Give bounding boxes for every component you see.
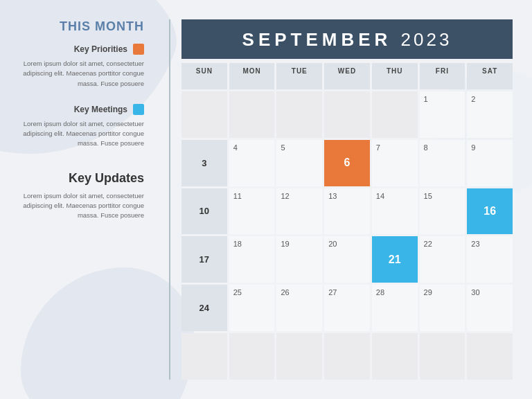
calendar-grid: SUN MON TUE WED THU FRI SAT 1 2 3 4 5 6 … xyxy=(181,63,513,380)
day-num-27: 27 xyxy=(328,288,337,296)
day-num-13: 13 xyxy=(328,192,337,200)
key-priorities-label-row: Key Priorities xyxy=(19,44,144,55)
day-num-12: 12 xyxy=(281,192,289,200)
key-priorities-label: Key Priorities xyxy=(74,44,127,54)
cal-cell-empty-end-5 xyxy=(372,333,418,380)
cal-cell-30: 30 xyxy=(467,285,513,331)
day-num-19: 19 xyxy=(281,240,289,248)
day-header-sun: SUN xyxy=(181,63,227,89)
day-num-8: 8 xyxy=(424,143,428,152)
day-num-6: 6 xyxy=(344,157,351,169)
cal-cell-empty-end-1 xyxy=(181,333,227,380)
cal-cell-empty-5 xyxy=(372,91,418,138)
day-num-10: 10 xyxy=(200,206,209,216)
calendar-month: SEPTEMBER xyxy=(242,29,392,50)
cal-cell-6: 6 xyxy=(324,140,370,186)
cal-cell-empty-3 xyxy=(276,91,322,138)
cal-cell-5: 5 xyxy=(276,140,322,186)
key-priorities-text: Lorem ipsum dolor sit amet, consectetuer… xyxy=(19,59,144,89)
key-meetings-label: Key Meetings xyxy=(74,105,127,114)
cal-cell-empty-end-7 xyxy=(467,333,513,380)
cal-cell-19: 19 xyxy=(276,236,322,283)
blue-dot-icon xyxy=(133,104,144,115)
day-num-7: 7 xyxy=(376,143,380,152)
cal-cell-14: 14 xyxy=(372,188,418,235)
this-month-title: THIS MONTH xyxy=(19,19,144,34)
day-header-mon: MON xyxy=(229,63,275,89)
day-num-22: 22 xyxy=(424,240,432,248)
key-priorities-section: Key Priorities Lorem ipsum dolor sit ame… xyxy=(19,44,144,91)
cal-cell-16: 16 xyxy=(467,188,513,235)
key-updates-section: Key Updates Lorem ipsum dolor sit amet, … xyxy=(19,164,144,224)
cal-cell-empty-end-6 xyxy=(420,333,466,380)
cal-cell-29: 29 xyxy=(420,285,466,331)
day-num-5: 5 xyxy=(281,143,285,152)
key-meetings-section: Key Meetings Lorem ipsum dolor sit amet,… xyxy=(19,104,144,152)
day-num-26: 26 xyxy=(281,288,289,296)
day-num-30: 30 xyxy=(471,288,479,296)
cal-cell-26: 26 xyxy=(276,285,322,331)
key-meetings-label-row: Key Meetings xyxy=(19,104,144,115)
cal-cell-empty-end-2 xyxy=(229,333,275,380)
cal-cell-12: 12 xyxy=(276,188,322,235)
day-num-1: 1 xyxy=(424,95,428,103)
cal-cell-8: 8 xyxy=(420,140,466,186)
day-num-16: 16 xyxy=(484,205,496,218)
cal-cell-23: 23 xyxy=(467,236,513,283)
cal-cell-empty-end-3 xyxy=(276,333,322,380)
cal-cell-empty-4 xyxy=(324,91,370,138)
cal-cell-24: 24 xyxy=(181,285,227,331)
main-container: THIS MONTH Key Priorities Lorem ipsum do… xyxy=(0,0,532,399)
day-num-24: 24 xyxy=(200,303,209,313)
calendar: SEPTEMBER 2023 SUN MON TUE WED THU FRI S… xyxy=(181,19,513,380)
day-num-20: 20 xyxy=(328,240,337,248)
day-num-23: 23 xyxy=(471,240,479,248)
key-meetings-text: Lorem ipsum dolor sit amet, consectetuer… xyxy=(19,119,144,149)
cal-cell-18: 18 xyxy=(229,236,275,283)
cal-cell-13: 13 xyxy=(324,188,370,235)
day-header-thu: THU xyxy=(372,63,418,89)
calendar-header: SEPTEMBER 2023 xyxy=(181,19,513,59)
day-header-fri: FRI xyxy=(420,63,466,89)
cal-cell-7: 7 xyxy=(372,140,418,186)
cal-cell-27: 27 xyxy=(324,285,370,331)
day-num-9: 9 xyxy=(471,143,475,152)
day-num-11: 11 xyxy=(233,192,242,200)
day-header-tue: TUE xyxy=(276,63,322,89)
cal-cell-3: 3 xyxy=(181,140,227,186)
cal-cell-17: 17 xyxy=(181,236,227,283)
sidebar-divider xyxy=(169,19,170,380)
cal-cell-empty-1 xyxy=(181,91,227,138)
cal-cell-21: 21 xyxy=(372,236,418,283)
day-num-29: 29 xyxy=(424,288,432,296)
key-updates-text: Lorem ipsum dolor sit amet, consectetuer… xyxy=(19,191,144,221)
day-num-3: 3 xyxy=(202,158,206,168)
day-num-18: 18 xyxy=(233,240,242,248)
day-header-sat: SAT xyxy=(467,63,513,89)
orange-dot-icon xyxy=(133,44,144,55)
cal-cell-2: 2 xyxy=(467,91,513,138)
calendar-year: 2023 xyxy=(401,29,452,50)
cal-cell-20: 20 xyxy=(324,236,370,283)
day-num-21: 21 xyxy=(389,254,401,266)
day-num-14: 14 xyxy=(376,192,384,200)
day-num-25: 25 xyxy=(233,288,242,296)
cal-cell-25: 25 xyxy=(229,285,275,331)
day-num-2: 2 xyxy=(471,95,475,103)
cal-cell-15: 15 xyxy=(420,188,466,235)
day-header-wed: WED xyxy=(324,63,370,89)
cal-cell-22: 22 xyxy=(420,236,466,283)
day-num-15: 15 xyxy=(424,192,432,200)
day-num-17: 17 xyxy=(200,254,209,265)
day-num-28: 28 xyxy=(376,288,384,296)
cal-cell-empty-2 xyxy=(229,91,275,138)
cal-cell-9: 9 xyxy=(467,140,513,186)
sidebar: THIS MONTH Key Priorities Lorem ipsum do… xyxy=(19,19,158,380)
day-num-4: 4 xyxy=(233,143,238,152)
cal-cell-4: 4 xyxy=(229,140,275,186)
cal-cell-28: 28 xyxy=(372,285,418,331)
cal-cell-11: 11 xyxy=(229,188,275,235)
cal-cell-empty-end-4 xyxy=(324,333,370,380)
key-updates-title: Key Updates xyxy=(19,171,144,186)
cal-cell-10: 10 xyxy=(181,188,227,235)
